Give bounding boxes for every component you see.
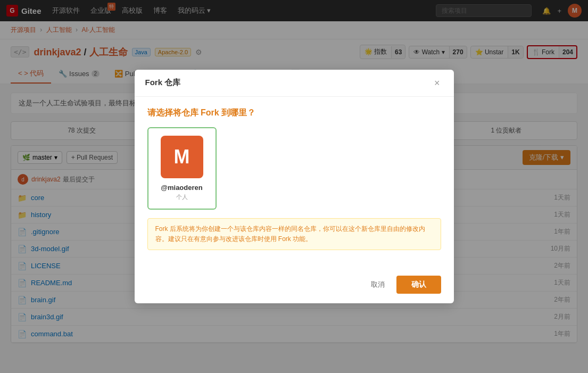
cancel-button[interactable]: 取消	[365, 277, 391, 293]
modal-close-button[interactable]: ×	[431, 77, 443, 89]
fork-target-username: @miaoderen	[161, 184, 202, 192]
fork-modal: Fork 仓库 × 请选择将仓库 Fork 到哪里？ M @miaoderen …	[135, 70, 454, 303]
modal-header: Fork 仓库 ×	[135, 70, 454, 97]
fork-target-avatar: M	[161, 136, 203, 178]
modal-body: 请选择将仓库 Fork 到哪里？ M @miaoderen 个人 Fork 后系…	[135, 97, 454, 269]
confirm-button[interactable]: 确认	[396, 276, 441, 294]
modal-footer: 取消 确认	[135, 269, 454, 303]
modal-overlay[interactable]: Fork 仓库 × 请选择将仓库 Fork 到哪里？ M @miaoderen …	[0, 0, 588, 373]
fork-targets: M @miaoderen 个人	[147, 127, 441, 210]
modal-title: Fork 仓库	[145, 78, 181, 88]
fork-target-type: 个人	[176, 193, 188, 201]
modal-question: 请选择将仓库 Fork 到哪里？	[147, 107, 441, 119]
fork-target-card[interactable]: M @miaoderen 个人	[147, 127, 217, 210]
modal-note: Fork 后系统将为你创建一个与该仓库内容一样的同名仓库，你可以在这个新仓库里自…	[147, 218, 441, 250]
